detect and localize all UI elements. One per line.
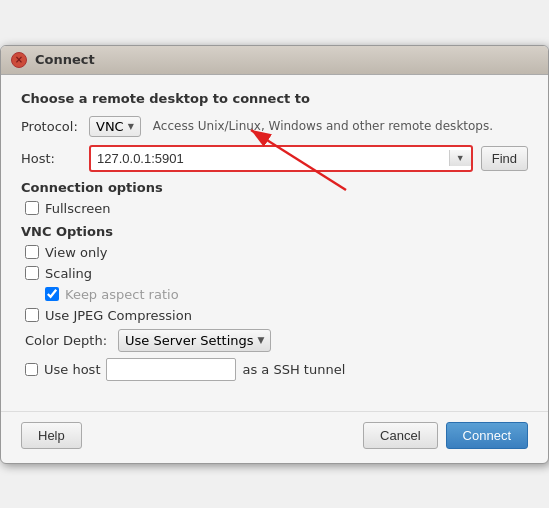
color-depth-row: Color Depth: Use Server Settings ▼ bbox=[25, 329, 528, 352]
ssh-row: Use host as a SSH tunnel bbox=[25, 358, 528, 381]
view-only-row: View only bbox=[25, 245, 528, 260]
host-dropdown-button[interactable]: ▼ bbox=[449, 150, 471, 166]
protocol-select[interactable]: VNC ▼ bbox=[89, 116, 141, 137]
titlebar: × Connect bbox=[1, 46, 548, 75]
choose-label: Choose a remote desktop to connect to bbox=[21, 91, 528, 106]
use-jpeg-checkbox[interactable] bbox=[25, 308, 39, 322]
dialog-content: Choose a remote desktop to connect to Pr… bbox=[1, 75, 548, 403]
color-depth-value: Use Server Settings bbox=[125, 333, 254, 348]
connect-dialog: × Connect Choose a remote desktop to con… bbox=[0, 45, 549, 464]
view-only-label: View only bbox=[45, 245, 107, 260]
fullscreen-checkbox[interactable] bbox=[25, 201, 39, 215]
host-input-container: ▼ bbox=[89, 145, 473, 172]
protocol-description: Access Unix/Linux, Windows and other rem… bbox=[153, 119, 493, 133]
close-button[interactable]: × bbox=[11, 52, 27, 68]
color-depth-label: Color Depth: bbox=[25, 333, 110, 348]
fullscreen-row: Fullscreen bbox=[25, 201, 528, 216]
scaling-checkbox[interactable] bbox=[25, 266, 39, 280]
protocol-label: Protocol: bbox=[21, 119, 81, 134]
fullscreen-label: Fullscreen bbox=[45, 201, 110, 216]
use-host-label: Use host bbox=[44, 362, 100, 377]
color-depth-arrow: ▼ bbox=[258, 335, 265, 345]
keep-aspect-label: Keep aspect ratio bbox=[65, 287, 179, 302]
connection-options-title: Connection options bbox=[21, 180, 528, 195]
dialog-title: Connect bbox=[35, 52, 95, 67]
find-button[interactable]: Find bbox=[481, 146, 528, 171]
ssh-host-input[interactable] bbox=[106, 358, 236, 381]
scaling-row: Scaling bbox=[25, 266, 528, 281]
scaling-label: Scaling bbox=[45, 266, 92, 281]
footer-right-buttons: Cancel Connect bbox=[363, 422, 528, 449]
dialog-footer: Help Cancel Connect bbox=[1, 411, 548, 463]
connect-button[interactable]: Connect bbox=[446, 422, 528, 449]
protocol-dropdown-arrow: ▼ bbox=[128, 122, 134, 131]
protocol-row: Protocol: VNC ▼ Access Unix/Linux, Windo… bbox=[21, 116, 528, 137]
host-input[interactable] bbox=[91, 147, 449, 170]
vnc-options-title: VNC Options bbox=[21, 224, 528, 239]
as-ssh-label: as a SSH tunnel bbox=[242, 362, 345, 377]
host-label: Host: bbox=[21, 151, 81, 166]
view-only-checkbox[interactable] bbox=[25, 245, 39, 259]
host-row: Host: ▼ Find bbox=[21, 145, 528, 172]
use-jpeg-row: Use JPEG Compression bbox=[25, 308, 528, 323]
cancel-button[interactable]: Cancel bbox=[363, 422, 437, 449]
protocol-value: VNC bbox=[96, 119, 124, 134]
use-host-checkbox[interactable] bbox=[25, 363, 38, 376]
keep-aspect-checkbox[interactable] bbox=[45, 287, 59, 301]
help-button[interactable]: Help bbox=[21, 422, 82, 449]
keep-aspect-row: Keep aspect ratio bbox=[45, 287, 528, 302]
color-depth-select[interactable]: Use Server Settings ▼ bbox=[118, 329, 271, 352]
use-jpeg-label: Use JPEG Compression bbox=[45, 308, 192, 323]
